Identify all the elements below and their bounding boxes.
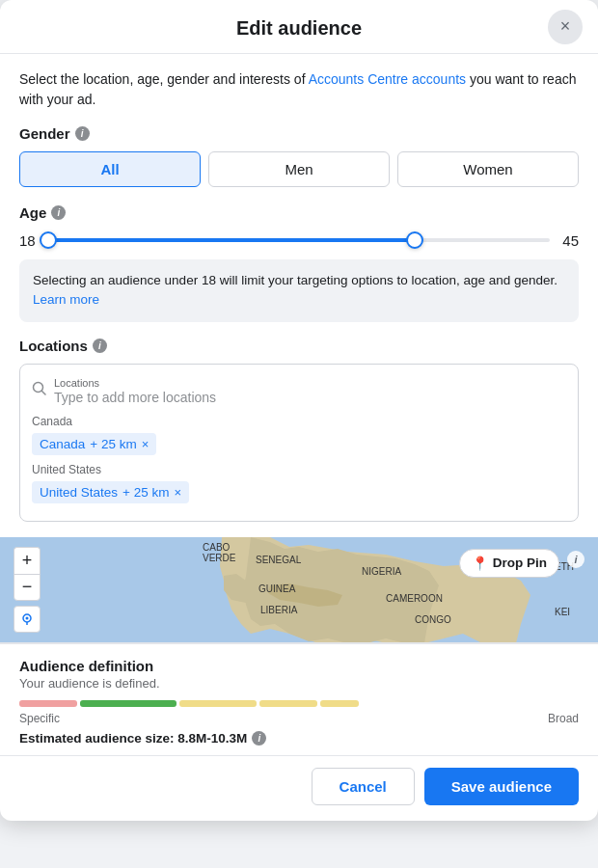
map-controls: + −	[14, 547, 41, 601]
gender-info-icon[interactable]: i	[75, 126, 90, 141]
learn-more-link[interactable]: Learn more	[33, 292, 99, 307]
audience-size-label: Estimated audience size: 8.8M-10.3M	[19, 731, 247, 746]
locations-label: Locations i	[19, 338, 579, 354]
svg-line-1	[42, 391, 46, 394]
gender-label: Gender i	[19, 125, 579, 142]
age-label: Age i	[19, 204, 579, 221]
location-group-us: United States	[32, 463, 566, 476]
canada-tag-radius: + 25 km	[90, 437, 136, 451]
age-slider[interactable]	[48, 231, 550, 250]
locations-info-icon[interactable]: i	[93, 339, 107, 353]
gender-women-button[interactable]: Women	[397, 151, 579, 187]
accounts-centre-link[interactable]: Accounts Centre accounts	[309, 71, 466, 87]
age-max-value: 45	[559, 232, 579, 249]
map-info-icon[interactable]: i	[567, 551, 584, 568]
locations-input-label: Locations	[54, 377, 99, 389]
age-info-icon[interactable]: i	[51, 205, 66, 220]
modal-body: Select the location, age, gender and int…	[0, 54, 598, 537]
map-container: CABOVERDE SENEGAL GUINEA LIBERIA NIGERIA…	[0, 537, 598, 643]
description-text: Select the location, age, gender and int…	[19, 69, 579, 110]
locations-box: Locations Type to add more locations Can…	[19, 364, 579, 522]
drop-pin-button[interactable]: 📍 Drop Pin	[459, 549, 559, 578]
meter-seg-4	[259, 700, 317, 707]
audience-size-info-icon[interactable]: i	[252, 731, 266, 746]
zoom-in-button[interactable]: +	[14, 547, 41, 574]
locations-search-row: Locations Type to add more locations	[32, 374, 566, 405]
audience-size-row: Estimated audience size: 8.8M-10.3M i	[19, 731, 579, 746]
pin-icon: 📍	[472, 556, 488, 571]
zoom-out-button[interactable]: −	[14, 574, 41, 601]
svg-point-4	[26, 616, 29, 619]
age-slider-thumb-min[interactable]	[40, 231, 57, 249]
locations-section: Locations i Locations Type to add more l…	[19, 338, 579, 522]
meter-label-broad: Broad	[548, 712, 579, 725]
audience-definition-subtitle: Your audience is defined.	[19, 676, 579, 691]
location-tag-us: United States + 25 km ×	[32, 481, 566, 511]
audience-definition-title: Audience definition	[19, 658, 579, 674]
us-tag-radius: + 25 km	[122, 485, 169, 500]
location-group-canada: Canada	[32, 415, 566, 428]
us-tag: United States + 25 km ×	[32, 481, 189, 503]
locations-placeholder-text: Type to add more locations	[54, 390, 216, 405]
age-slider-row: 18 45	[19, 231, 579, 250]
gender-men-button[interactable]: Men	[208, 151, 390, 187]
location-tag-canada: Canada + 25 km ×	[32, 433, 566, 463]
us-tag-label: United States	[40, 485, 118, 500]
locations-input[interactable]: Locations Type to add more locations	[54, 374, 216, 405]
description-before-link: Select the location, age, gender and int…	[19, 71, 309, 87]
audience-meter	[19, 700, 579, 707]
age-slider-track	[48, 238, 550, 242]
modal-footer: Cancel Save audience	[0, 755, 598, 821]
audience-meter-labels: Specific Broad	[19, 712, 579, 725]
age-min-value: 18	[19, 232, 39, 249]
canada-tag-label: Canada	[40, 437, 85, 451]
meter-label-specific: Specific	[19, 712, 60, 725]
save-audience-button[interactable]: Save audience	[424, 768, 579, 805]
cancel-button[interactable]: Cancel	[312, 768, 415, 805]
modal-header: Edit audience ×	[0, 0, 598, 54]
edit-audience-modal: Edit audience × Select the location, age…	[0, 0, 598, 821]
age-slider-fill	[48, 238, 415, 242]
gender-buttons-group: All Men Women	[19, 151, 579, 187]
age-section: Age i 18 45	[19, 204, 579, 250]
canada-tag: Canada + 25 km ×	[32, 433, 156, 455]
map-location-button[interactable]	[14, 606, 41, 633]
age-slider-thumb-max[interactable]	[406, 231, 423, 249]
drop-pin-label: Drop Pin	[493, 556, 547, 570]
age-info-text: Selecting an audience under 18 will limi…	[33, 273, 557, 287]
gender-all-button[interactable]: All	[19, 151, 201, 187]
meter-seg-5	[320, 700, 359, 707]
modal-title: Edit audience	[236, 17, 362, 40]
canada-tag-close[interactable]: ×	[142, 437, 150, 451]
search-icon	[32, 381, 46, 398]
us-tag-close[interactable]: ×	[174, 485, 181, 500]
audience-definition-section: Audience definition Your audience is def…	[0, 643, 598, 755]
meter-seg-2	[80, 700, 177, 707]
age-info-box: Selecting an audience under 18 will limi…	[19, 259, 579, 322]
meter-seg-3	[179, 700, 257, 707]
meter-seg-1	[19, 700, 77, 707]
close-button[interactable]: ×	[548, 10, 583, 44]
